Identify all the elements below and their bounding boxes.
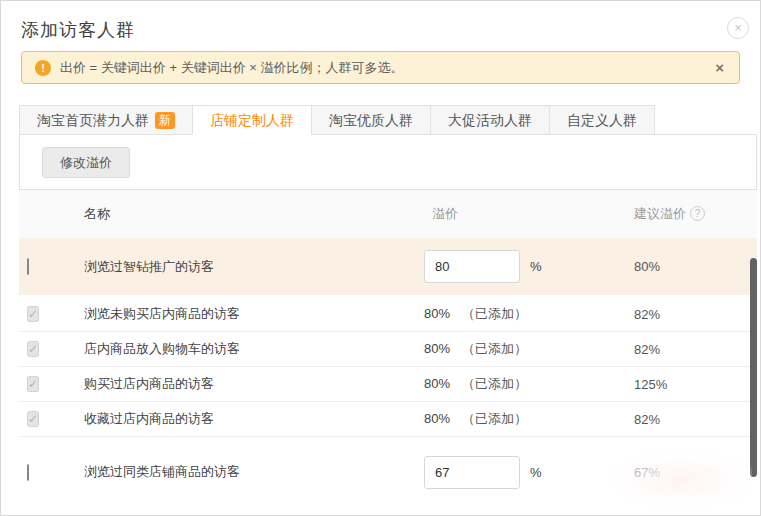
table-row: ✓ 购买过店内商品的访客 80%（已添加） 125% bbox=[19, 367, 757, 402]
premium-value: 80% bbox=[424, 411, 450, 426]
row-checkbox-checked-disabled: ✓ bbox=[27, 341, 39, 357]
suggested-premium-value: 80% bbox=[634, 259, 757, 274]
audience-name: 店内商品放入购物车的访客 bbox=[84, 340, 424, 358]
row-checkbox-checked-disabled: ✓ bbox=[27, 376, 39, 392]
added-status: （已添加） bbox=[462, 376, 527, 391]
suggested-premium-value: 82% bbox=[634, 412, 757, 427]
added-status: （已添加） bbox=[462, 341, 527, 356]
audience-name: 收藏过店内商品的访客 bbox=[84, 410, 424, 428]
premium-value: 80% bbox=[424, 376, 450, 391]
vertical-scrollbar-thumb[interactable] bbox=[750, 258, 757, 477]
premium-input[interactable] bbox=[424, 456, 520, 489]
suggested-premium-value: 82% bbox=[634, 307, 757, 322]
tab-area: 淘宝首页潜力人群 新 店铺定制人群 淘宝优质人群 大促活动人群 自定义人群 修改… bbox=[19, 105, 757, 507]
tab-taobao-quality-audience[interactable]: 淘宝优质人群 bbox=[311, 105, 431, 135]
column-header-premium-label: 溢价 bbox=[432, 206, 458, 221]
tab-bar: 淘宝首页潜力人群 新 店铺定制人群 淘宝优质人群 大促活动人群 自定义人群 bbox=[19, 105, 757, 135]
percent-sign: % bbox=[530, 259, 542, 274]
column-header-name: 名称 bbox=[84, 205, 424, 223]
tab-shop-custom-audience[interactable]: 店铺定制人群 bbox=[192, 105, 312, 135]
bid-formula-notice: ! 出价 = 关键词出价 + 关键词出价 × 溢价比例；人群可多选。 × bbox=[21, 51, 740, 84]
table-row: ✓ 收藏过店内商品的访客 80%（已添加） 82% bbox=[19, 402, 757, 437]
audience-name: 浏览过同类店铺商品的访客 bbox=[84, 463, 424, 481]
help-icon[interactable]: ? bbox=[690, 206, 705, 221]
table-row: ✓ 店内商品放入购物车的访客 80%（已添加） 82% bbox=[19, 332, 757, 367]
dialog-header: 添加访客人群 bbox=[1, 1, 760, 42]
premium-value: 80% bbox=[424, 306, 450, 321]
new-badge: 新 bbox=[155, 112, 175, 129]
premium-value: 80% bbox=[424, 341, 450, 356]
modify-premium-button[interactable]: 修改溢价 bbox=[42, 147, 130, 178]
suggested-premium-value: 82% bbox=[634, 342, 757, 357]
row-checkbox-unchecked[interactable] bbox=[27, 258, 29, 275]
dialog-title: 添加访客人群 bbox=[21, 20, 135, 40]
exclamation-icon: ! bbox=[35, 60, 51, 76]
notice-close-icon[interactable]: × bbox=[713, 59, 726, 76]
added-status: （已添加） bbox=[462, 306, 527, 321]
tab-label: 淘宝优质人群 bbox=[329, 106, 413, 134]
table-row: 浏览过智钻推广的访客 % 80% bbox=[19, 238, 757, 297]
tab-promotion-event-audience[interactable]: 大促活动人群 bbox=[430, 105, 550, 135]
column-header-suggested: 建议溢价? bbox=[634, 205, 757, 223]
tab-label: 自定义人群 bbox=[567, 106, 637, 134]
table-row: ✓ 浏览未购买店内商品的访客 80%（已添加） 82% bbox=[19, 297, 757, 332]
tab-label: 店铺定制人群 bbox=[210, 106, 294, 134]
tab-label: 大促活动人群 bbox=[448, 106, 532, 134]
dialog-close-icon[interactable]: × bbox=[727, 17, 749, 39]
column-header-premium: 溢价 bbox=[424, 205, 634, 223]
row-checkbox-unchecked[interactable] bbox=[27, 464, 29, 481]
audience-name: 浏览过智钻推广的访客 bbox=[84, 258, 424, 276]
percent-sign: % bbox=[530, 465, 542, 480]
audience-name: 购买过店内商品的访客 bbox=[84, 375, 424, 393]
table-header-row: 名称 溢价 建议溢价? bbox=[19, 190, 757, 238]
row-checkbox-checked-disabled: ✓ bbox=[27, 411, 39, 427]
suggested-premium-value: 67% bbox=[634, 465, 757, 480]
row-checkbox-checked-disabled: ✓ bbox=[27, 306, 39, 322]
added-status: （已添加） bbox=[462, 411, 527, 426]
suggested-premium-value: 125% bbox=[634, 377, 757, 392]
tab-custom-audience[interactable]: 自定义人群 bbox=[549, 105, 655, 135]
audience-name: 浏览未购买店内商品的访客 bbox=[84, 305, 424, 323]
notice-text: 出价 = 关键词出价 + 关键词出价 × 溢价比例；人群可多选。 bbox=[60, 59, 713, 77]
table-row: 浏览过同类店铺商品的访客 % 67% bbox=[19, 437, 757, 507]
tab-label: 淘宝首页潜力人群 bbox=[37, 106, 149, 134]
tab-content-toolbar: 修改溢价 bbox=[19, 134, 757, 190]
column-header-suggested-label: 建议溢价 bbox=[634, 206, 686, 221]
add-visitor-audience-dialog: 添加访客人群 × ! 出价 = 关键词出价 + 关键词出价 × 溢价比例；人群可… bbox=[0, 0, 761, 516]
tab-taobao-homepage-potential[interactable]: 淘宝首页潜力人群 新 bbox=[19, 105, 193, 135]
premium-input[interactable] bbox=[424, 250, 520, 283]
